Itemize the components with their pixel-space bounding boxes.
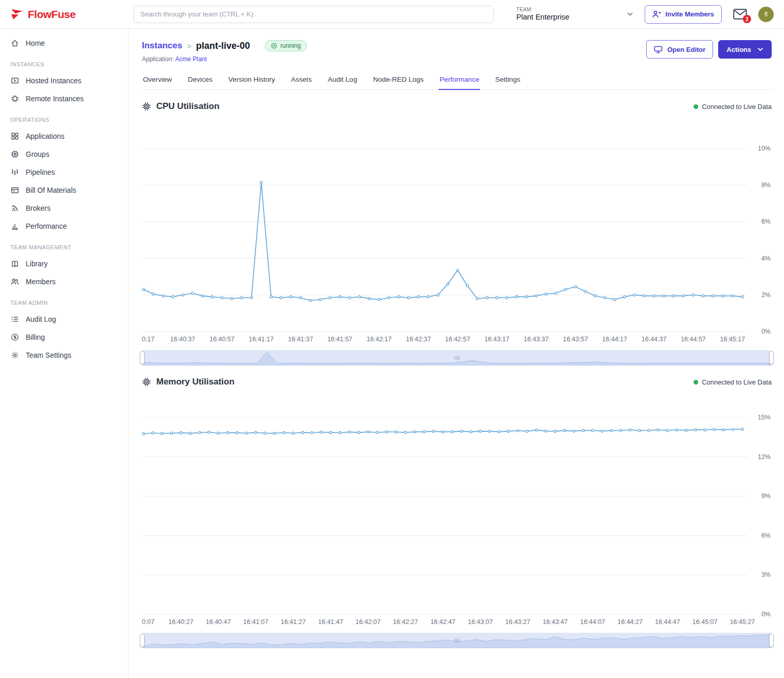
cpu-chip-icon bbox=[142, 102, 151, 111]
sidebar-item-billing[interactable]: Billing bbox=[0, 328, 128, 346]
brush-handle-right[interactable] bbox=[769, 351, 774, 364]
sidebar-item-hosted-instances[interactable]: Hosted Instances bbox=[0, 71, 128, 89]
sidebar-item-label: Library bbox=[26, 260, 48, 268]
cpu-zoom-brush[interactable] bbox=[142, 350, 772, 365]
sidebar-item-bill-of-materials[interactable]: Bill Of Materials bbox=[0, 181, 128, 199]
svg-text:0%: 0% bbox=[761, 328, 771, 335]
tab-performance[interactable]: Performance bbox=[439, 70, 480, 90]
memory-utilisation-section: Memory Utilisation Connected to Live Dat… bbox=[142, 377, 772, 648]
tab-overview[interactable]: Overview bbox=[142, 70, 173, 89]
brush-handle-right[interactable] bbox=[769, 634, 774, 647]
brush-handle-left[interactable] bbox=[140, 351, 144, 364]
cpu-chart-canvas[interactable]: 0%2%4%6%8%10%0:1716:40:3716:40:5716:41:1… bbox=[142, 116, 772, 346]
sidebar-item-members[interactable]: Members bbox=[0, 272, 128, 290]
sidebar-item-label: Hosted Instances bbox=[26, 77, 81, 85]
sidebar-item-groups[interactable]: Groups bbox=[0, 145, 128, 163]
running-dot-icon bbox=[271, 43, 277, 49]
sidebar-item-label: Brokers bbox=[26, 204, 50, 212]
sidebar-item-label: Performance bbox=[26, 222, 67, 230]
svg-text:0:17: 0:17 bbox=[142, 336, 154, 343]
flowfuse-logo-icon bbox=[10, 8, 24, 21]
billing-icon bbox=[10, 333, 20, 341]
gear-icon bbox=[10, 351, 20, 359]
svg-text:16:43:47: 16:43:47 bbox=[543, 618, 568, 626]
hosted-instances-icon bbox=[10, 77, 20, 85]
sidebar-item-library[interactable]: Library bbox=[0, 254, 128, 272]
memory-chart-canvas[interactable]: 0%3%6%9%12%15%0:0716:40:2716:40:4716:41:… bbox=[142, 391, 772, 629]
svg-text:16:40:37: 16:40:37 bbox=[170, 336, 195, 343]
team-search-input[interactable] bbox=[134, 6, 494, 23]
open-editor-button[interactable]: Open Editor bbox=[646, 40, 713, 59]
sidebar-item-label: Groups bbox=[26, 150, 49, 158]
application-label: Application: bbox=[142, 56, 174, 63]
sidebar-item-label: Members bbox=[26, 278, 56, 286]
chevron-down-icon bbox=[757, 47, 763, 51]
actions-button[interactable]: Actions bbox=[718, 40, 772, 59]
editor-icon bbox=[654, 46, 663, 53]
brokers-icon bbox=[10, 204, 20, 212]
svg-text:2%: 2% bbox=[761, 291, 771, 299]
tab-assets[interactable]: Assets bbox=[290, 70, 313, 89]
svg-text:16:42:47: 16:42:47 bbox=[430, 618, 455, 626]
cpu-utilisation-section: CPU Utilisation Connected to Live Data 0… bbox=[142, 101, 772, 365]
sidebar-item-label: Audit Log bbox=[26, 315, 56, 323]
breadcrumb-instances-link[interactable]: Instances bbox=[142, 41, 182, 51]
sidebar-item-audit-log[interactable]: Audit Log bbox=[0, 310, 128, 328]
brand-name: FlowFuse bbox=[28, 8, 76, 21]
live-dot-icon bbox=[694, 104, 698, 109]
svg-text:15%: 15% bbox=[758, 414, 771, 421]
sidebar-item-applications[interactable]: Applications bbox=[0, 127, 128, 145]
sidebar-item-label: Applications bbox=[26, 132, 65, 140]
tab-devices[interactable]: Devices bbox=[187, 70, 213, 89]
svg-text:16:44:37: 16:44:37 bbox=[642, 336, 667, 343]
user-avatar[interactable]: fl bbox=[758, 7, 774, 22]
application-link[interactable]: Acme Plant bbox=[175, 56, 207, 63]
chevron-down-icon bbox=[627, 12, 633, 16]
svg-text:16:43:37: 16:43:37 bbox=[524, 336, 549, 343]
performance-icon bbox=[10, 222, 20, 230]
tab-settings[interactable]: Settings bbox=[494, 70, 521, 89]
sidebar-section-team-admin: TEAM ADMIN bbox=[0, 290, 128, 310]
svg-text:16:44:17: 16:44:17 bbox=[602, 336, 627, 343]
svg-text:16:41:37: 16:41:37 bbox=[288, 336, 313, 343]
home-icon bbox=[10, 39, 20, 47]
sidebar-item-remote-instances[interactable]: Remote Instances bbox=[0, 89, 128, 107]
notification-count-badge: 2 bbox=[743, 15, 751, 23]
page-header: Instances > plant-live-00 running Applic… bbox=[142, 40, 772, 63]
sidebar-item-team-settings[interactable]: Team Settings bbox=[0, 346, 128, 364]
brush-grip-icon[interactable] bbox=[454, 638, 460, 643]
svg-text:16:41:17: 16:41:17 bbox=[249, 336, 274, 343]
audit-log-icon bbox=[10, 315, 20, 323]
pipelines-icon bbox=[10, 168, 20, 176]
sidebar-item-home[interactable]: Home bbox=[0, 34, 128, 52]
memory-zoom-brush[interactable] bbox=[142, 633, 772, 648]
notifications-button[interactable]: 2 bbox=[733, 9, 747, 20]
svg-text:16:40:47: 16:40:47 bbox=[206, 618, 231, 626]
brush-grip-icon[interactable] bbox=[454, 356, 460, 360]
sidebar-item-label: Remote Instances bbox=[26, 95, 84, 103]
team-selector[interactable]: TEAM: Plant Enterprise bbox=[516, 7, 633, 22]
sidebar-item-label: Pipelines bbox=[26, 168, 55, 176]
sidebar-item-performance[interactable]: Performance bbox=[0, 217, 128, 235]
svg-text:16:40:27: 16:40:27 bbox=[168, 618, 193, 626]
tab-node-red-logs[interactable]: Node-RED Logs bbox=[372, 70, 425, 89]
svg-text:16:44:07: 16:44:07 bbox=[580, 618, 605, 626]
invite-members-button[interactable]: Invite Members bbox=[645, 5, 722, 24]
brush-handle-left[interactable] bbox=[140, 634, 144, 647]
team-selector-value: Plant Enterprise bbox=[516, 13, 569, 21]
svg-text:16:42:27: 16:42:27 bbox=[393, 618, 418, 626]
flowfuse-logo[interactable]: FlowFuse bbox=[10, 8, 134, 21]
status-badge-label: running bbox=[280, 42, 301, 49]
tab-audit-log[interactable]: Audit Log bbox=[327, 70, 358, 89]
sidebar-item-pipelines[interactable]: Pipelines bbox=[0, 163, 128, 181]
invite-members-label: Invite Members bbox=[665, 10, 714, 18]
sidebar-item-brokers[interactable]: Brokers bbox=[0, 199, 128, 217]
svg-text:16:41:27: 16:41:27 bbox=[281, 618, 306, 626]
sidebar-section-operations: OPERATIONS bbox=[0, 107, 128, 127]
svg-text:6%: 6% bbox=[761, 218, 771, 225]
svg-text:16:42:37: 16:42:37 bbox=[406, 336, 431, 343]
tab-version-history[interactable]: Version History bbox=[227, 70, 276, 89]
actions-label: Actions bbox=[726, 46, 751, 53]
sidebar-item-label: Home bbox=[26, 39, 45, 47]
svg-text:16:43:17: 16:43:17 bbox=[484, 336, 509, 343]
